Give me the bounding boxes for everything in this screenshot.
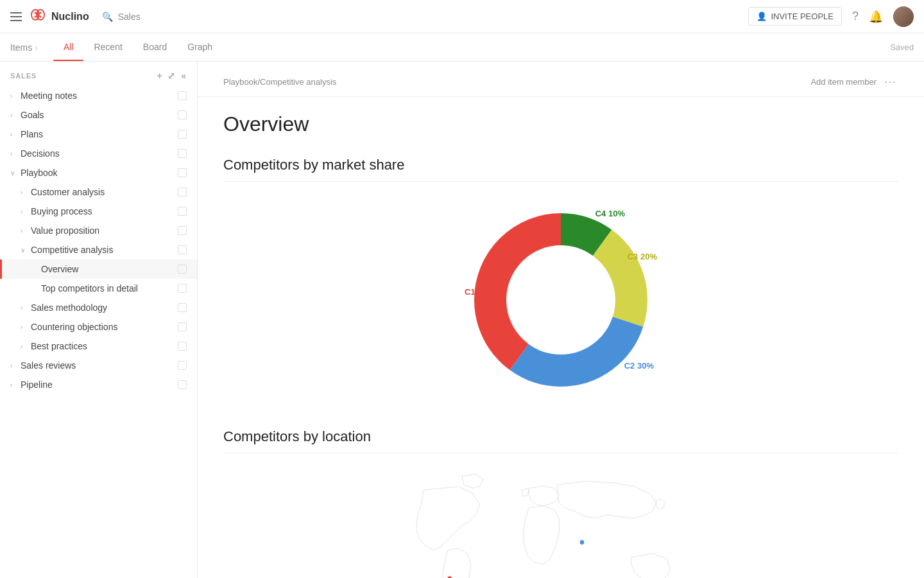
chart-label-c4: C4 10%: [595, 209, 625, 218]
tab-board[interactable]: Board: [133, 34, 177, 61]
chart-label-c1: C1 40%: [465, 287, 494, 297]
tabs-bar: Items › All Recent Board Graph Saved: [0, 33, 924, 62]
document-content: Overview Competitors by market share: [198, 97, 924, 578]
arrow-icon: ›: [21, 324, 27, 331]
content-breadcrumb: Playbook/Competitive analysis: [223, 77, 805, 87]
map-dot-c1[interactable]: [447, 576, 452, 578]
sidebar-item-decisions[interactable]: › Decisions: [0, 144, 197, 163]
item-checkbox[interactable]: [178, 130, 187, 139]
content-breadcrumb-text: Playbook/Competitive analysis: [223, 77, 336, 87]
arrow-icon: ›: [10, 362, 17, 369]
sidebar-item-pipeline[interactable]: › Pipeline: [0, 375, 197, 394]
arrow-icon: ›: [10, 150, 17, 157]
arrow-icon: ›: [21, 227, 27, 234]
sidebar-item-sales-methodology[interactable]: › Sales methodology: [0, 298, 197, 317]
main-breadcrumb: Items ›: [10, 42, 38, 53]
top-nav: Nuclino 🔍 Sales 👤 INVITE PEOPLE ? 🔔: [0, 0, 924, 33]
arrow-icon: ∨: [21, 247, 27, 254]
sidebar-items-list: › Meeting notes › Goals › Plans › Decisi…: [0, 86, 197, 394]
sidebar-item-top-competitors[interactable]: Top competitors in detail: [0, 279, 197, 298]
tab-recent[interactable]: Recent: [83, 34, 132, 61]
invite-label: INVITE PEOPLE: [771, 12, 834, 21]
collapse-sidebar-icon[interactable]: «: [181, 71, 187, 81]
item-checkbox[interactable]: [178, 110, 187, 119]
sidebar-item-label: Best practices: [31, 341, 175, 351]
chart-label-c2: C2 30%: [624, 361, 654, 371]
sidebar-item-label: Customer analysis: [31, 187, 175, 197]
item-checkbox[interactable]: [178, 245, 187, 254]
item-checkbox[interactable]: [178, 342, 187, 351]
sidebar-item-playbook[interactable]: ∨ Playbook: [0, 163, 197, 182]
sidebar-item-label: Competitive analysis: [31, 245, 175, 255]
sidebar-item-value-proposition[interactable]: › Value proposition: [0, 221, 197, 240]
sidebar-item-goals[interactable]: › Goals: [0, 105, 197, 125]
donut-center: [507, 246, 615, 354]
item-checkbox[interactable]: [178, 265, 187, 274]
svg-point-3: [35, 12, 37, 13]
arrow-icon: ›: [21, 208, 27, 215]
item-checkbox[interactable]: [178, 207, 187, 216]
sidebar-item-overview[interactable]: Overview: [0, 259, 197, 279]
search-text: Sales: [118, 12, 141, 22]
sidebar-item-sales-reviews[interactable]: › Sales reviews: [0, 356, 197, 375]
tab-graph[interactable]: Graph: [177, 34, 223, 61]
breadcrumb-sep: ›: [35, 42, 38, 53]
sidebar: SALES + ⤢ « › Meeting notes › Goals › Pl…: [0, 62, 198, 578]
sidebar-item-label: Sales reviews: [21, 360, 175, 371]
svg-point-6: [40, 15, 42, 17]
logo-icon: [30, 6, 46, 27]
sidebar-item-meeting-notes[interactable]: › Meeting notes: [0, 86, 197, 105]
arrow-icon: ›: [10, 92, 17, 100]
sidebar-item-label: Sales methodology: [31, 302, 175, 313]
expand-icon[interactable]: ⤢: [167, 71, 176, 81]
item-checkbox[interactable]: [178, 303, 187, 312]
sidebar-item-label: Pipeline: [21, 380, 175, 390]
add-item-icon[interactable]: +: [157, 71, 162, 81]
search-bar[interactable]: 🔍 Sales: [102, 12, 141, 22]
sidebar-item-plans[interactable]: › Plans: [0, 125, 197, 144]
map-dot-c2[interactable]: [579, 540, 585, 545]
app-name: Nuclino: [51, 11, 89, 22]
tab-all[interactable]: All: [53, 34, 84, 61]
item-checkbox[interactable]: [178, 188, 187, 197]
hamburger-menu[interactable]: [10, 12, 22, 21]
nav-tabs: All Recent Board Graph: [53, 34, 223, 60]
item-checkbox[interactable]: [178, 168, 187, 177]
main-content: Playbook/Competitive analysis Add item m…: [198, 62, 924, 578]
sidebar-item-competitive-analysis[interactable]: ∨ Competitive analysis: [0, 240, 197, 259]
sidebar-item-best-practices[interactable]: › Best practices: [0, 337, 197, 356]
avatar[interactable]: [893, 6, 914, 27]
item-checkbox[interactable]: [178, 380, 187, 389]
item-checkbox[interactable]: [178, 284, 187, 293]
invite-button[interactable]: 👤 INVITE PEOPLE: [748, 7, 842, 26]
items-breadcrumb[interactable]: Items: [10, 42, 32, 53]
help-icon[interactable]: ?: [852, 10, 859, 23]
arrow-icon: ›: [21, 304, 27, 311]
sidebar-item-countering-objections[interactable]: › Countering objections: [0, 317, 197, 337]
sidebar-item-label: Top competitors in detail: [41, 283, 175, 293]
sidebar-item-customer-analysis[interactable]: › Customer analysis: [0, 182, 197, 202]
sidebar-item-buying-process[interactable]: › Buying process: [0, 202, 197, 221]
sidebar-item-label: Plans: [21, 129, 175, 139]
item-checkbox[interactable]: [178, 226, 187, 235]
section-location: Competitors by location: [223, 428, 898, 453]
chart-label-c3: C3 20%: [628, 252, 657, 261]
more-options-button[interactable]: ⋯: [882, 72, 898, 91]
notifications-icon[interactable]: 🔔: [869, 10, 883, 24]
item-checkbox[interactable]: [178, 149, 187, 158]
sidebar-item-label: Value proposition: [31, 225, 175, 236]
donut-chart-container: C4 10% C3 20% C2 30% C1 40%: [223, 197, 898, 403]
item-checkbox[interactable]: [178, 322, 187, 331]
logo[interactable]: Nuclino: [30, 6, 89, 27]
document-title: Overview: [223, 112, 898, 136]
add-member-button[interactable]: Add item member: [805, 74, 882, 89]
arrow-icon: ›: [21, 189, 27, 196]
sidebar-actions: + ⤢ «: [157, 71, 187, 81]
item-checkbox[interactable]: [178, 361, 187, 370]
item-checkbox[interactable]: [178, 91, 187, 100]
arrow-icon: ›: [21, 343, 27, 350]
sidebar-item-label: Overview: [41, 264, 175, 274]
section-market-share: Competitors by market share: [223, 157, 898, 182]
arrow-icon: ∨: [10, 170, 17, 177]
arrow-icon: ›: [10, 112, 17, 119]
